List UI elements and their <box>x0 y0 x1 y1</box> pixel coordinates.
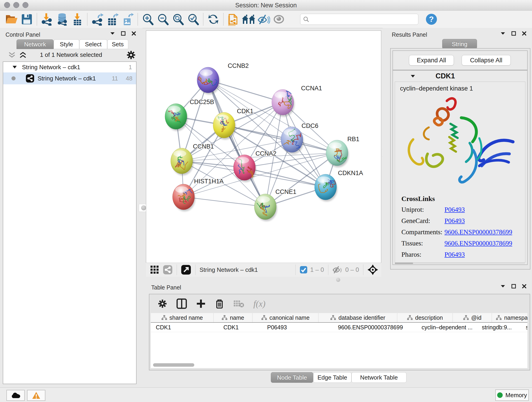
network-canvas-svg[interactable]: CCNB2CCNA1CDC25BCDK1CDC6RB1CCNB1CCNA2CDK… <box>146 31 381 263</box>
crosslink-row: GeneCard:P06493 <box>401 217 525 225</box>
tab-select[interactable]: Select <box>79 39 107 49</box>
expand-all-icon[interactable] <box>19 52 27 58</box>
import-table-button[interactable] <box>70 12 85 27</box>
crosslink-link[interactable]: P06493 <box>444 206 465 213</box>
tab-string[interactable]: String <box>442 39 477 49</box>
close-panel-icon[interactable] <box>132 31 136 36</box>
delete-column-icon[interactable] <box>215 298 224 309</box>
tree-expand-icon[interactable] <box>12 65 17 69</box>
hidden-eye-icon[interactable] <box>332 265 342 274</box>
network-row[interactable]: String Network – cdk1 11 48 <box>3 72 136 84</box>
network-collection-row[interactable]: String Network – cdk1 1 <box>3 62 136 72</box>
network-node-HIST1H1A[interactable]: HIST1H1A <box>172 178 224 211</box>
tab-node-table[interactable]: Node Table <box>271 372 313 383</box>
table-cell[interactable]: stringdb:9... <box>477 323 521 332</box>
control-panel: Control Panel NetworkStyleSelectSets 1 o… <box>0 28 143 387</box>
apply-layout-button[interactable] <box>206 12 221 27</box>
warnings-button[interactable] <box>27 390 45 401</box>
crosslink-link[interactable]: 9606.ENSP00000378699 <box>444 228 512 236</box>
tab-network[interactable]: Network <box>17 39 54 49</box>
maximize-panel-icon[interactable] <box>511 284 516 288</box>
table-panel: Table Panel f(x) shared namenamecanonica… <box>143 282 532 387</box>
import-arrow-icon <box>75 13 80 20</box>
table-cell[interactable]: cyclin–dependent ... <box>417 323 477 332</box>
close-panel-icon[interactable] <box>522 31 526 36</box>
memory-button[interactable]: Memory <box>495 389 529 401</box>
crosslink-link[interactable]: P06493 <box>444 217 465 225</box>
selected-checkbox-icon[interactable] <box>300 266 307 274</box>
add-column-icon[interactable] <box>196 299 206 308</box>
control-panel-title: Control Panel <box>6 32 40 38</box>
network-edge-CCNB2-CCNE1[interactable] <box>208 80 265 207</box>
tab-edge-table[interactable]: Edge Table <box>313 372 351 383</box>
crosslink-link[interactable]: P06493 <box>444 251 465 258</box>
table-cell[interactable]: P06493 <box>262 323 333 332</box>
table-cell[interactable]: 9606.ENSP00000378699 <box>333 323 417 332</box>
table-cell[interactable]: CDK1 <box>151 323 218 332</box>
tab-sets[interactable]: Sets <box>107 39 128 49</box>
import-network-button[interactable] <box>39 12 55 27</box>
table-horizontal-scrollbar[interactable] <box>153 363 194 367</box>
save-session-button[interactable] <box>19 12 34 27</box>
expand-all-button[interactable]: Expand All <box>409 55 454 65</box>
search-input[interactable] <box>309 16 415 23</box>
float-panel-icon[interactable] <box>500 32 505 35</box>
help-button[interactable]: ? <box>424 12 439 27</box>
import-database-button[interactable] <box>55 12 70 27</box>
float-panel-icon[interactable] <box>500 285 505 288</box>
column-header-namespace[interactable]: namespace <box>492 313 527 322</box>
float-panel-icon[interactable] <box>110 32 115 35</box>
collapse-section-icon[interactable] <box>410 75 415 78</box>
tab-style[interactable]: Style <box>54 39 79 49</box>
network-node-CCNB1[interactable]: CCNB1 <box>171 143 214 175</box>
home-button[interactable] <box>241 12 256 27</box>
column-header-name[interactable]: name <box>214 313 253 322</box>
tab-network-table[interactable]: Network Table <box>351 372 406 383</box>
network-edge-HIST1H1A-CCNE1[interactable] <box>184 197 265 207</box>
zoom-out-button[interactable] <box>155 12 171 27</box>
birdseye-grid-icon[interactable] <box>150 265 159 274</box>
maximize-panel-icon[interactable] <box>511 31 516 36</box>
crosslink-link[interactable]: 9606.ENSP00000378699 <box>444 240 512 247</box>
select-columns-icon[interactable] <box>177 298 187 309</box>
column-header--id[interactable]: @id <box>453 313 492 322</box>
network-view[interactable]: CCNB2CCNA1CDC25BCDK1CDC6RB1CCNB1CCNA2CDK… <box>146 31 381 263</box>
open-in-window-icon[interactable] <box>181 265 191 275</box>
gear-icon[interactable] <box>127 51 136 60</box>
table-cell[interactable]: stringdb <box>521 323 527 332</box>
export-table-button[interactable] <box>105 12 120 27</box>
zoom-selected-button[interactable] <box>186 12 201 27</box>
export-network-button[interactable] <box>90 12 105 27</box>
hide-selected-button[interactable] <box>256 12 271 27</box>
export-image-button[interactable] <box>120 12 135 27</box>
open-session-button[interactable] <box>4 12 19 27</box>
help-icon: ? <box>425 13 437 25</box>
collapse-all-icon[interactable] <box>8 52 16 58</box>
fit-content-crosshair-icon[interactable] <box>367 264 378 275</box>
show-all-button[interactable] <box>271 12 286 27</box>
horizontal-splitter-handle[interactable] <box>336 278 340 282</box>
column-header-shared-name[interactable]: shared name <box>151 313 214 322</box>
zoom-in-button[interactable] <box>140 12 155 27</box>
network-node-CDC25B[interactable]: CDC25B <box>165 99 214 131</box>
maximize-panel-icon[interactable] <box>121 31 126 36</box>
table-cell[interactable]: CDK1 <box>218 323 262 332</box>
protein-card-scrollbar[interactable] <box>395 263 525 264</box>
collapse-all-button[interactable]: Collapse All <box>462 55 511 65</box>
table-gear-icon[interactable] <box>158 299 167 308</box>
column-header-description[interactable]: description <box>397 313 453 322</box>
network-edge-CDK1-RB1[interactable] <box>224 125 337 153</box>
network-node-CCNA1[interactable]: CCNA1 <box>272 85 322 117</box>
network-node-CDC6[interactable]: CDC6 <box>281 122 318 154</box>
zoom-fit-button[interactable] <box>171 12 186 27</box>
cloud-status-button[interactable] <box>6 390 25 401</box>
network-node-RB1[interactable]: RB1 <box>326 136 360 167</box>
column-header-canonical-name[interactable]: canonical name <box>253 313 318 322</box>
network-node-CDKN1A[interactable]: CDKN1A <box>315 170 363 201</box>
network-share-toggle-icon[interactable] <box>163 265 172 274</box>
close-panel-icon[interactable] <box>522 284 526 288</box>
column-header-database-identifier[interactable]: database identifier <box>318 313 397 322</box>
table-row[interactable]: CDK1CDK1P064939606.ENSP00000378699cyclin… <box>151 323 527 332</box>
network-node-CCNE1[interactable]: CCNE1 <box>254 188 297 221</box>
annotations-button[interactable] <box>226 12 241 27</box>
